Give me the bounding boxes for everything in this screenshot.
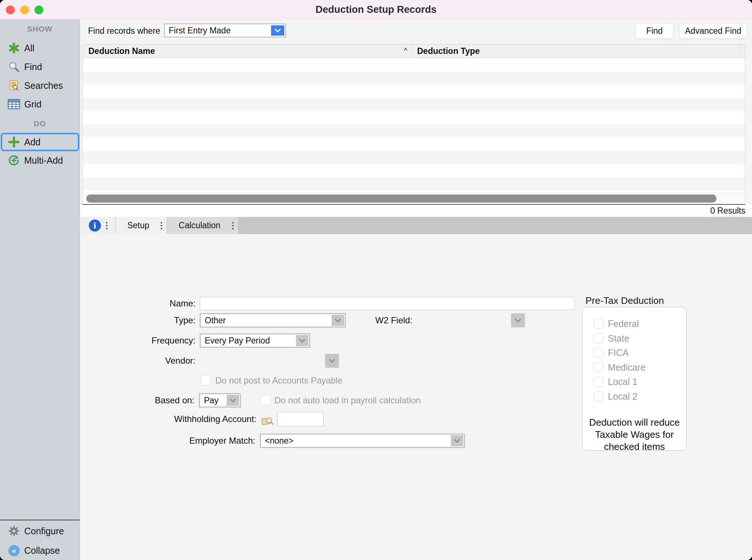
column-divider xyxy=(412,44,412,58)
type-value: Other xyxy=(205,314,226,327)
find-field-dropdown[interactable]: First Entry Made xyxy=(164,23,286,37)
medicare-checkbox[interactable] xyxy=(594,363,603,372)
checkbox-label: State xyxy=(608,333,629,344)
records-table-header: Deduction Name ^ Deduction Type xyxy=(83,44,745,58)
segment-menu-icon[interactable] xyxy=(161,222,162,229)
state-checkbox[interactable] xyxy=(594,334,603,343)
do-not-post-ap-label: Do not post to Accounts Payable xyxy=(215,375,343,386)
fica-checkbox[interactable] xyxy=(594,348,603,358)
tab-label: Calculation xyxy=(167,221,232,230)
tab-setup[interactable]: Setup xyxy=(116,217,167,234)
horizontal-scrollbar[interactable] xyxy=(83,193,745,204)
column-header-deduction-name[interactable]: Deduction Name xyxy=(88,44,155,58)
asterisk-icon xyxy=(7,42,21,54)
sidebar-item-collapse[interactable]: « Collapse xyxy=(0,541,80,560)
sidebar-section-do: DO xyxy=(0,119,80,128)
tab-calculation[interactable]: Calculation xyxy=(167,217,238,234)
detail-tab-bar: i Setup Calculation xyxy=(81,217,752,234)
app-window: Deduction Setup Records SHOW All Find xyxy=(0,0,752,560)
checkbox-label: Local 2 xyxy=(608,391,638,402)
do-not-post-ap-checkbox[interactable] xyxy=(201,375,211,386)
chevron-down-icon xyxy=(296,335,309,346)
withholding-account-label: Withholding Account: xyxy=(146,412,256,426)
titlebar: Deduction Setup Records xyxy=(0,0,752,19)
name-label: Name: xyxy=(100,297,196,310)
info-icon[interactable]: i xyxy=(89,219,101,232)
employer-match-dropdown[interactable]: <none> xyxy=(260,434,465,448)
sidebar-item-all[interactable]: All xyxy=(0,39,80,57)
checkbox-label: Federal xyxy=(608,319,639,329)
grid-icon xyxy=(7,98,21,110)
sort-ascending-icon: ^ xyxy=(404,47,407,55)
pretax-panel: Federal State FICA Medicare Local 1 xyxy=(582,307,687,451)
sidebar-item-add[interactable]: Add xyxy=(1,133,79,151)
main-area: Find records where First Entry Made Find… xyxy=(80,19,752,560)
segment-menu-icon[interactable] xyxy=(106,222,107,229)
multi-add-icon xyxy=(7,154,21,167)
federal-checkbox[interactable] xyxy=(594,319,603,329)
sidebar-item-label: Multi-Add xyxy=(24,155,63,166)
find-field-value: First Entry Made xyxy=(169,24,231,37)
magnifier-icon xyxy=(7,61,21,73)
sidebar-item-multi-add[interactable]: Multi-Add xyxy=(0,151,80,170)
checkbox-label: Local 1 xyxy=(608,377,638,387)
employer-match-label: Employer Match: xyxy=(145,434,255,448)
type-dropdown[interactable]: Other xyxy=(200,313,346,327)
pretax-option-medicare: Medicare xyxy=(594,363,686,372)
scrollbar-thumb[interactable] xyxy=(86,194,716,203)
local2-checkbox[interactable] xyxy=(594,392,603,401)
do-not-autoload-label: Do not auto load in payroll calculation xyxy=(274,395,421,406)
frequency-dropdown[interactable]: Every Pay Period xyxy=(200,334,310,348)
name-input[interactable] xyxy=(200,297,575,310)
sidebar-item-label: Find xyxy=(24,62,42,72)
pretax-option-local2: Local 2 xyxy=(594,392,686,401)
plus-icon xyxy=(7,136,21,148)
sidebar-item-grid[interactable]: Grid xyxy=(0,95,80,113)
sidebar-item-label: Collapse xyxy=(24,545,60,556)
chevron-down-icon xyxy=(227,395,239,406)
gear-icon xyxy=(7,525,21,537)
local1-checkbox[interactable] xyxy=(594,377,603,387)
pretax-option-local1: Local 1 xyxy=(594,377,686,387)
sidebar-section-show: SHOW xyxy=(0,25,80,33)
pretax-option-fica: FICA xyxy=(594,348,686,358)
withholding-account-input[interactable] xyxy=(277,412,324,426)
sidebar-item-configure[interactable]: Configure xyxy=(0,522,80,540)
chevron-down-icon xyxy=(515,316,521,323)
find-records-where-label: Find records where xyxy=(88,19,160,42)
checkbox-label: FICA xyxy=(608,348,629,358)
employer-match-value: <none> xyxy=(265,434,293,447)
collapse-icon: « xyxy=(7,544,21,557)
based-on-dropdown[interactable]: Pay xyxy=(199,393,241,407)
sidebar-item-searches[interactable]: Searches xyxy=(0,76,80,95)
tab-label: Setup xyxy=(116,221,161,230)
pretax-note: Deduction will reduce Taxable Wages for … xyxy=(583,417,686,453)
find-button[interactable]: Find xyxy=(635,23,673,39)
records-table-body xyxy=(83,58,745,193)
setup-tab-content: Name: Type: Other W2 Field: Frequency: E… xyxy=(80,234,752,560)
pretax-panel-title: Pre-Tax Deduction xyxy=(585,295,664,306)
pretax-option-state: State xyxy=(594,334,686,343)
window-title: Deduction Setup Records xyxy=(0,0,752,19)
do-not-autoload-checkbox[interactable] xyxy=(260,395,270,406)
sidebar-item-find[interactable]: Find xyxy=(0,58,80,76)
chevron-down-icon xyxy=(332,315,344,326)
w2-field-label: W2 Field: xyxy=(375,313,456,327)
info-segment: i xyxy=(81,217,116,234)
advanced-find-button[interactable]: Advanced Find xyxy=(679,23,747,39)
segment-menu-icon[interactable] xyxy=(232,222,234,229)
w2-field-dropdown[interactable] xyxy=(511,313,525,327)
based-on-label: Based on: xyxy=(100,393,194,407)
sidebar-item-label: All xyxy=(24,43,34,54)
sidebar-item-label: Grid xyxy=(24,99,41,110)
column-header-deduction-type[interactable]: Deduction Type xyxy=(417,44,480,58)
frequency-value: Every Pay Period xyxy=(205,334,270,347)
vendor-dropdown[interactable] xyxy=(325,354,339,368)
records-table: Deduction Name ^ Deduction Type xyxy=(82,44,745,205)
vendor-label: Vendor: xyxy=(100,354,196,368)
find-bar: Find records where First Entry Made Find… xyxy=(80,19,752,42)
account-lookup-icon[interactable] xyxy=(261,415,274,428)
sidebar: SHOW All Find xyxy=(0,19,80,560)
sidebar-item-label: Configure xyxy=(24,526,64,537)
type-label: Type: xyxy=(100,313,196,327)
